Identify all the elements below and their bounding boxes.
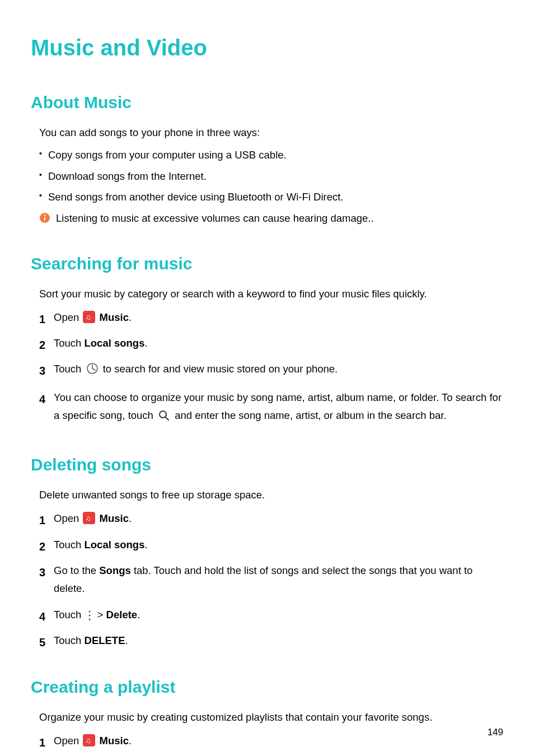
- svg-point-6: [88, 610, 90, 612]
- section2-intro: Sort your music by category or search wi…: [39, 286, 503, 302]
- label-songs-tab: Songs: [99, 564, 131, 576]
- step-text: .: [129, 311, 132, 323]
- svg-point-2: [44, 214, 45, 216]
- label-delete-confirm: DELETE: [85, 634, 125, 646]
- section4-steps: Open Music. Touch Playlists > Create new…: [39, 732, 503, 756]
- step-item: Open Music.: [39, 732, 503, 750]
- step-text: .: [129, 735, 132, 746]
- bullet-item: Send songs from another device using Blu…: [39, 189, 503, 205]
- step-text: .: [137, 609, 140, 620]
- info-note: Listening to music at excessive volumes …: [39, 211, 503, 226]
- svg-rect-1: [44, 217, 45, 221]
- step-item: Touch Local songs.: [39, 536, 503, 554]
- step-text: .: [144, 337, 147, 349]
- label-local-songs: Local songs: [85, 539, 145, 550]
- step-text: Open: [54, 512, 82, 524]
- app-name-music: Music: [100, 735, 129, 746]
- label-local-songs: Local songs: [85, 337, 145, 349]
- section-heading-searching: Searching for music: [31, 251, 503, 276]
- step-text: Open: [54, 735, 82, 746]
- step-text: Touch: [54, 539, 85, 550]
- note-text: Listening to music at excessive volumes …: [56, 211, 374, 226]
- page-number: 149: [488, 725, 503, 740]
- section-heading-about-music: About Music: [31, 90, 503, 115]
- step-text: .: [125, 634, 128, 646]
- bullet-item: Download songs from the Internet.: [39, 169, 503, 184]
- section1-bullets: Copy songs from your computer using a US…: [39, 147, 503, 205]
- section3-intro: Delete unwanted songs to free up storage…: [39, 487, 503, 503]
- svg-point-7: [88, 614, 90, 616]
- bullet-item: Copy songs from your computer using a US…: [39, 147, 503, 163]
- search-icon: [158, 409, 170, 427]
- section3-steps: Open Music. Touch Local songs. Go to the…: [39, 510, 503, 650]
- step-item: Touch DELETE.: [39, 632, 503, 650]
- section4-intro: Organize your music by creating customiz…: [39, 710, 503, 725]
- step-text: to search for and view music stored on y…: [100, 363, 338, 375]
- step-item: Go to the Songs tab. Touch and hold the …: [39, 562, 503, 598]
- section1-intro: You can add songs to your phone in three…: [39, 125, 503, 141]
- step-text: and enter the song name, artist, or albu…: [172, 409, 447, 421]
- section-heading-deleting: Deleting songs: [31, 452, 503, 477]
- step-item: Touch Local songs.: [39, 334, 503, 352]
- step-item: Open Music.: [39, 510, 503, 528]
- step-item: Touch to search for and view music store…: [39, 360, 503, 380]
- svg-point-4: [160, 411, 166, 418]
- music-app-icon: [83, 311, 95, 323]
- step-text: Touch: [54, 634, 85, 646]
- info-icon: [39, 212, 50, 223]
- app-name-music: Music: [100, 311, 129, 323]
- step-text: >: [95, 609, 106, 620]
- step-item: Open Music.: [39, 309, 503, 326]
- step-text: Go to the: [54, 564, 99, 576]
- step-text: .: [144, 539, 147, 550]
- svg-line-5: [166, 417, 168, 420]
- step-text: Open: [54, 311, 82, 323]
- step-text: Touch: [54, 363, 85, 375]
- sort-icon: [86, 362, 99, 380]
- app-name-music: Music: [100, 512, 129, 524]
- step-text: Touch: [54, 337, 85, 349]
- label-delete: Delete: [106, 609, 138, 620]
- step-item: You can choose to organize your music by…: [39, 389, 503, 428]
- step-item: Touch > Delete.: [39, 606, 503, 624]
- music-app-icon: [83, 512, 95, 524]
- step-text: Touch: [54, 609, 85, 620]
- step-text: .: [129, 512, 132, 524]
- section-heading-playlist: Creating a playlist: [31, 674, 503, 699]
- svg-point-8: [88, 618, 90, 620]
- music-app-icon: [83, 734, 95, 746]
- page-title: Music and Video: [31, 31, 503, 64]
- more-options-icon: [88, 610, 91, 621]
- section2-steps: Open Music. Touch Local songs. Touch to …: [39, 309, 503, 428]
